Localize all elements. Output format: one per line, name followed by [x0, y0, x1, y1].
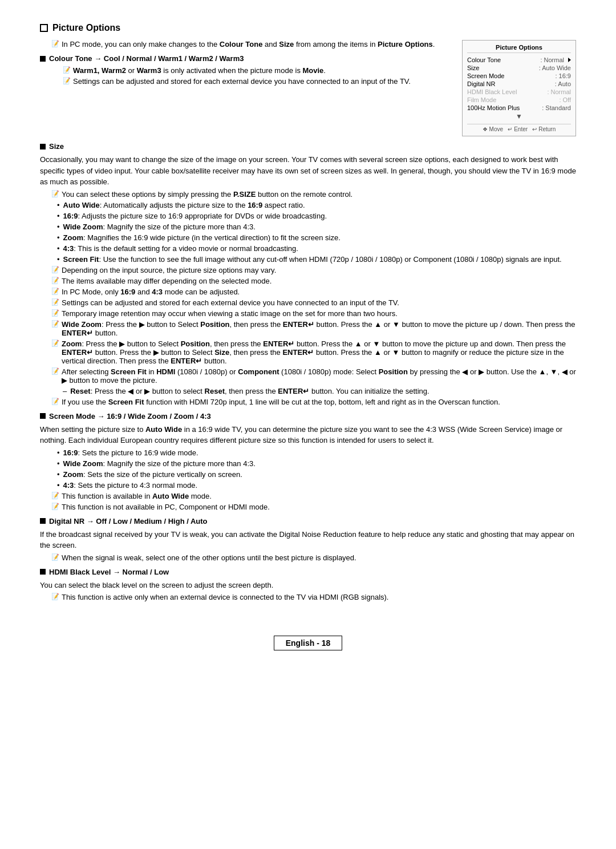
black-square-icon — [40, 56, 46, 62]
note-icon-s6: 📝 — [51, 320, 59, 328]
footer-badge: English - 18 — [274, 636, 343, 650]
note-icon-s8: 📝 — [51, 367, 59, 375]
digital-nr-section: Digital NR → Off / Low / Medium / High /… — [40, 517, 576, 562]
sm-bullet-wide-zoom-text: Wide Zoom: Magnify the size of the pictu… — [63, 459, 256, 468]
note-icon-s9: 📝 — [51, 398, 59, 405]
note-icon-s3: 📝 — [51, 288, 59, 295]
size-note-8-text: After selecting Screen Fit in HDMI (1080… — [62, 367, 576, 385]
size-psize-text: You can select these options by simply p… — [62, 190, 352, 199]
po-value-film-mode: : Off — [559, 96, 571, 103]
page-container: Picture Options 📝 In PC mode, you can on… — [40, 23, 576, 601]
bullet-wide-zoom: Wide Zoom: Magnify the size of the pictu… — [57, 223, 576, 231]
size-para-1: Occasionally, you may want to change the… — [40, 154, 576, 188]
bullet-wide-zoom-text: Wide Zoom: Magnify the size of the pictu… — [63, 223, 256, 231]
bullet-zoom: Zoom: Magnifies the 16:9 wide picture (i… — [57, 233, 576, 242]
bullet-43: 4:3: This is the default setting for a v… — [57, 244, 576, 253]
po-label-screen-mode: Screen Mode — [467, 72, 504, 79]
size-note-6-text: Wide Zoom: Press the ▶ button to Select … — [62, 320, 576, 337]
note-icon-s5: 📝 — [51, 309, 59, 317]
dash-reset-text: Reset: Press the ◀ or ▶ button to select… — [70, 387, 429, 395]
footer: English - 18 — [40, 636, 576, 662]
size-note-1-text: Depending on the input source, the pictu… — [62, 266, 276, 274]
colour-note-1-text: Warm1, Warm2 or Warm3 is only activated … — [73, 66, 326, 75]
size-note-9-text: If you use the Screen Fit function with … — [62, 398, 500, 406]
size-note-9: 📝 If you use the Screen Fit function wit… — [40, 398, 576, 406]
sm-bullet-zoom-text: Zoom: Sets the size of the picture verti… — [63, 470, 242, 479]
po-label-100hz: 100Hz Motion Plus — [467, 104, 520, 111]
size-note-1: 📝 Depending on the input source, the pic… — [40, 266, 576, 274]
bullet-169: 16:9: Adjusts the picture size to 16:9 a… — [57, 212, 576, 220]
bullet-zoom-text: Zoom: Magnifies the 16:9 wide picture (i… — [63, 233, 341, 242]
hdmi-black-note-1-text: This function is active only when an ext… — [62, 593, 388, 601]
po-box-title: Picture Options — [467, 44, 571, 53]
note-icon-s7: 📝 — [51, 339, 59, 347]
size-note-7-text: Zoom: Press the ▶ button to Select Posit… — [62, 339, 576, 365]
note-icon-sm2: 📝 — [51, 503, 59, 510]
po-nav: ❖ Move ↵ Enter ↩ Return — [467, 124, 571, 132]
po-value-hdmi-black: : Normal — [547, 88, 571, 95]
size-intro: Occasionally, you may want to change the… — [40, 154, 576, 188]
size-note-5-text: Temporary image retention may occur when… — [62, 309, 398, 318]
screen-mode-label: Screen Mode → 16:9 / Wide Zoom / Zoom / … — [49, 412, 211, 421]
size-note-8: 📝 After selecting Screen Fit in HDMI (10… — [40, 367, 576, 385]
checkbox-icon — [40, 24, 48, 32]
sm-note-1-text: This function is available in Auto Wide … — [62, 492, 212, 500]
po-row-size: Size : Auto Wide — [467, 64, 571, 71]
screen-mode-header: Screen Mode → 16:9 / Wide Zoom / Zoom / … — [40, 412, 576, 421]
dash-reset: Reset: Press the ◀ or ▶ button to select… — [40, 387, 576, 395]
note-icon-s2: 📝 — [51, 277, 59, 284]
sm-note-1: 📝 This function is available in Auto Wid… — [40, 492, 576, 500]
po-box: Picture Options Colour Tone : Normal Siz… — [462, 40, 576, 136]
size-bullets: Auto Wide: Automatically adjusts the pic… — [57, 201, 576, 264]
note-icon-dnr1: 📝 — [51, 553, 59, 561]
size-note-2: 📝 The items available may differ dependi… — [40, 277, 576, 285]
note-icon-sm1: 📝 — [51, 492, 59, 499]
top-left-content: 📝 In PC mode, you can only make changes … — [40, 40, 451, 136]
picture-options-box: Picture Options Colour Tone : Normal Siz… — [462, 40, 576, 136]
sm-note-2: 📝 This function is not available in PC, … — [40, 503, 576, 511]
bullet-screen-fit-text: Screen Fit: Use the function to see the … — [63, 255, 562, 264]
size-header: Size — [40, 142, 576, 151]
note-icon-1: 📝 — [51, 40, 59, 47]
hdmi-black-label: HDMI Black Level → Normal / Low — [49, 568, 169, 576]
po-label-size: Size — [467, 64, 479, 71]
bullet-43-text: 4:3: This is the default setting for a v… — [63, 244, 298, 253]
note-icon-s4: 📝 — [51, 298, 59, 306]
size-note-5: 📝 Temporary image retention may occur wh… — [40, 309, 576, 318]
colour-note-2: 📝 Settings can be adjusted and stored fo… — [51, 77, 451, 86]
po-label-digital-nr: Digital NR — [467, 80, 496, 87]
note-icon-hb1: 📝 — [51, 593, 59, 600]
sm-black-square — [40, 413, 46, 419]
footer-label: English - 18 — [286, 638, 331, 648]
po-row-film-mode: Film Mode : Off — [467, 96, 571, 103]
size-note-3: 📝 In PC Mode, only 16:9 and 4:3 mode can… — [40, 288, 576, 296]
colour-note-1: 📝 Warm1, Warm2 or Warm3 is only activate… — [51, 66, 451, 75]
colour-tone-label: Colour Tone → Cool / Normal / Warm1 / Wa… — [49, 54, 244, 63]
note-icon-3: 📝 — [63, 77, 71, 84]
po-value-size: : Auto Wide — [539, 64, 571, 71]
top-section: 📝 In PC mode, you can only make changes … — [40, 40, 576, 136]
po-label-film-mode: Film Mode — [467, 96, 496, 103]
po-label-hdmi-black: HDMI Black Level — [467, 88, 517, 95]
sm-bullet-169: 16:9: Sets the picture to 16:9 wide mode… — [57, 448, 576, 457]
sm-note-2-text: This function is not available in PC, Co… — [62, 503, 270, 511]
page-title: Picture Options — [40, 23, 576, 33]
size-black-square — [40, 144, 46, 149]
screen-mode-section: Screen Mode → 16:9 / Wide Zoom / Zoom / … — [40, 412, 576, 511]
size-note-6: 📝 Wide Zoom: Press the ▶ button to Selec… — [40, 320, 576, 337]
intro-note-1: 📝 In PC mode, you can only make changes … — [40, 40, 451, 48]
po-value-colour-tone: : Normal — [540, 56, 571, 63]
po-value-100hz: : Standard — [542, 104, 571, 111]
po-row-colour-tone: Colour Tone : Normal — [467, 56, 571, 63]
size-note-4: 📝 Settings can be adjusted and stored fo… — [40, 298, 576, 307]
size-label: Size — [49, 142, 64, 151]
size-section: Size Occasionally, you may want to chang… — [40, 142, 576, 406]
hb-black-square — [40, 569, 46, 575]
po-row-100hz: 100Hz Motion Plus : Standard — [467, 104, 571, 111]
hdmi-black-note-1: 📝 This function is active only when an e… — [40, 593, 576, 601]
bullet-screen-fit: Screen Fit: Use the function to see the … — [57, 255, 576, 264]
po-value-digital-nr: : Auto — [555, 80, 571, 87]
po-down-arrow: ▼ — [467, 112, 571, 120]
po-row-hdmi-black: HDMI Black Level : Normal — [467, 88, 571, 95]
hdmi-black-header: HDMI Black Level → Normal / Low — [40, 568, 576, 576]
